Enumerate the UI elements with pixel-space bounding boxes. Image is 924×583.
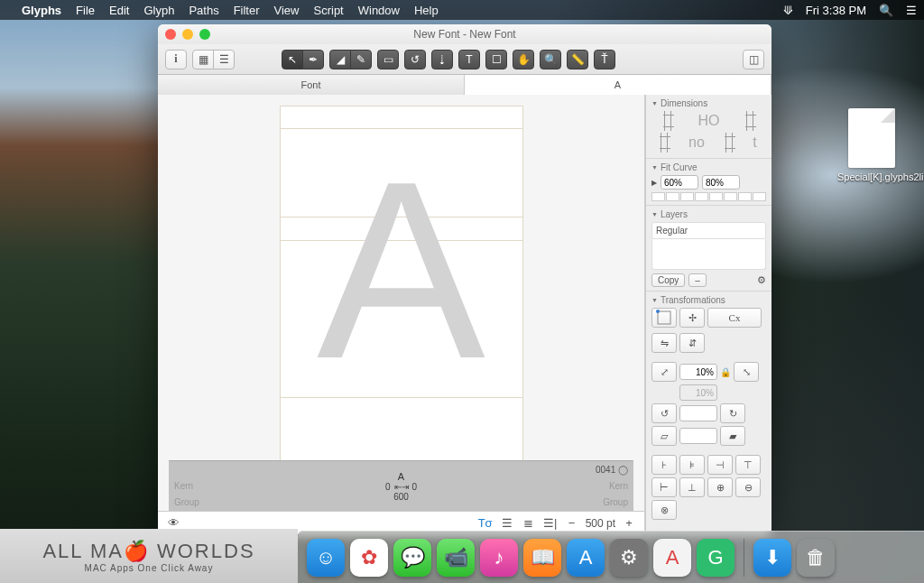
layer-remove-button[interactable]: – [688, 273, 707, 287]
rotate-tool[interactable]: ↺ [404, 50, 426, 69]
lsb-value[interactable]: 0 [385, 482, 391, 492]
canvas[interactable]: A [158, 95, 644, 460]
menu-filter[interactable]: Filter [234, 4, 260, 17]
dock-downloads[interactable]: ⬇ [753, 539, 791, 577]
dock-facetime[interactable]: 📹 [437, 539, 475, 577]
fitcurve-low[interactable] [661, 175, 698, 190]
select-tool[interactable]: ↖ [282, 50, 303, 69]
window-close[interactable] [165, 29, 176, 40]
list-view-button[interactable]: ☰ [213, 50, 235, 69]
desktop-file[interactable]: Special[K].glyphs2license [837, 108, 906, 183]
slant-right-button[interactable]: ▰ [720, 426, 745, 446]
menu-file[interactable]: File [76, 4, 95, 17]
tab-glyph[interactable]: A [465, 75, 772, 95]
layer-regular[interactable]: Regular [651, 222, 766, 239]
menubar-airdrop-icon[interactable]: ⟱ [783, 4, 793, 17]
titlebar[interactable]: New Font - New Font [158, 24, 772, 44]
hand-tool[interactable]: ✋ [513, 50, 534, 69]
align-l-button[interactable]: ⊦ [651, 455, 677, 475]
layers-header[interactable]: Layers [651, 209, 766, 219]
align-m-button[interactable]: ⊢ [651, 477, 677, 497]
align-b-button[interactable]: ⊥ [679, 477, 705, 497]
align-r-button[interactable]: ⊣ [707, 455, 733, 475]
dock-grammarly[interactable]: G [697, 539, 735, 577]
menu-paths[interactable]: Paths [189, 4, 218, 17]
layers-gear-icon[interactable]: ⚙ [757, 274, 766, 286]
text-tool[interactable]: T [458, 50, 480, 69]
lock-icon[interactable]: 🔒 [720, 367, 731, 377]
align-t-button[interactable]: ⊤ [735, 455, 761, 475]
annotate-tool[interactable]: ☐ [485, 50, 507, 69]
mirror-v-button[interactable]: ⇵ [679, 333, 705, 353]
glyph-unicode[interactable]: 0041 ◯ [596, 465, 628, 475]
rotate-ccw-button[interactable]: ↺ [651, 403, 677, 423]
scale-input[interactable] [679, 364, 717, 380]
menubar-notification-icon[interactable]: ☰ [906, 4, 917, 17]
rotate-input[interactable] [679, 405, 717, 421]
dock-finder[interactable]: ☺ [307, 539, 345, 577]
glyph-width[interactable]: 600 [393, 492, 409, 502]
svg-rect-0 [658, 311, 670, 324]
mirror-h-button[interactable]: ⇋ [651, 333, 677, 353]
reference-glyph[interactable]: Cx [707, 308, 762, 328]
measure-tool[interactable]: 📏 [567, 50, 588, 69]
menu-help[interactable]: Help [414, 4, 439, 17]
menu-script[interactable]: Script [314, 4, 344, 17]
rsb-value[interactable]: 0 [412, 482, 418, 492]
pen-tool[interactable]: ✒ [302, 50, 324, 69]
knife-tool[interactable]: ⭭ [431, 50, 453, 69]
glyph-outline: A [317, 143, 485, 396]
menu-edit[interactable]: Edit [109, 4, 129, 17]
scale-input-2[interactable] [679, 384, 717, 401]
zoom-tool[interactable]: 🔍 [540, 50, 561, 69]
app-menu[interactable]: Glyphs [22, 4, 61, 17]
fitcurve-steps[interactable] [651, 192, 766, 201]
fitcurve-high[interactable] [702, 175, 740, 190]
bool-union-button[interactable]: ⊕ [707, 477, 733, 497]
rotate-cw-button[interactable]: ↻ [720, 403, 745, 423]
bool-subtract-button[interactable]: ⊖ [735, 477, 761, 497]
menu-window[interactable]: Window [358, 4, 400, 17]
primitives-tool[interactable]: ▭ [377, 50, 399, 69]
dock-separator [744, 539, 744, 577]
window-minimize[interactable] [182, 29, 193, 40]
fitcurve-header[interactable]: Fit Curve [651, 162, 766, 172]
slant-input[interactable] [679, 428, 717, 444]
menu-glyph[interactable]: Glyph [143, 4, 174, 17]
dock-glyphs[interactable]: A [653, 539, 691, 577]
layer-copy-button[interactable]: Copy [651, 273, 685, 287]
dock-appstore[interactable]: A [567, 539, 605, 577]
transforms-header[interactable]: Transformations [651, 295, 766, 305]
dock-photos[interactable]: ✿ [350, 539, 388, 577]
glyph-name[interactable]: A [398, 471, 404, 482]
menu-view[interactable]: View [274, 4, 300, 17]
dock-settings[interactable]: ⚙ [610, 539, 648, 577]
scale-up-button[interactable]: ⤡ [734, 362, 759, 382]
dock-itunes[interactable]: ♪ [480, 539, 518, 577]
pencil-tool[interactable]: ✎ [350, 50, 372, 69]
glyph-cell[interactable]: A [280, 106, 523, 460]
menubar-clock[interactable]: Fri 3:38 PM [806, 4, 866, 17]
zoom-value[interactable]: 500 pt [586, 517, 615, 530]
grid-view-button[interactable]: ▦ [192, 50, 214, 69]
align-c-button[interactable]: ⊧ [679, 455, 705, 475]
dock-ibooks[interactable]: 📖 [523, 539, 561, 577]
scale-down-button[interactable]: ⤢ [651, 362, 677, 382]
bool-intersect-button[interactable]: ⊗ [651, 500, 677, 520]
info-button[interactable]: i [165, 50, 187, 69]
center-picker[interactable]: ✢ [679, 308, 705, 328]
window-zoom[interactable] [199, 29, 210, 40]
tab-font[interactable]: Font [158, 75, 465, 95]
slant-left-button[interactable]: ▱ [651, 426, 677, 446]
origin-picker[interactable] [651, 308, 677, 328]
erase-tool[interactable]: ◢ [329, 50, 351, 69]
truetype-tool[interactable]: Ť [594, 50, 615, 69]
sidebar-toggle[interactable]: ◫ [743, 50, 764, 69]
dock-trash[interactable]: 🗑 [797, 539, 835, 577]
dimensions-grid[interactable]: HO not [651, 111, 766, 153]
kern-right-label: Kern [609, 481, 628, 491]
menubar-spotlight-icon[interactable]: 🔍 [879, 4, 893, 17]
fit-play-icon[interactable]: ▶ [651, 179, 657, 187]
dimensions-header[interactable]: Dimensions [651, 98, 766, 108]
dock-messages[interactable]: 💬 [393, 539, 431, 577]
